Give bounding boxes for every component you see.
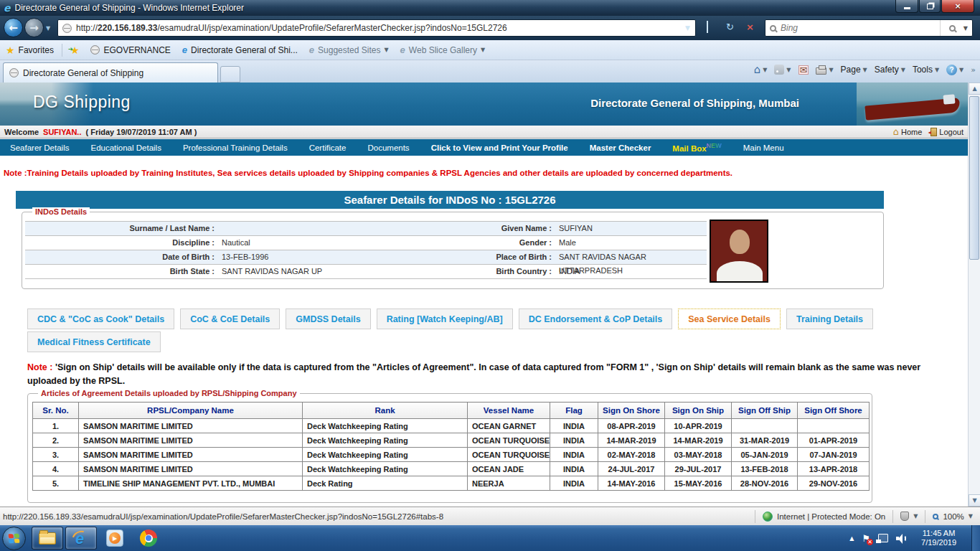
favorites-button[interactable]: ★ Favorites: [0, 42, 60, 58]
add-to-favorites-button[interactable]: ★: [65, 42, 85, 58]
print-button[interactable]: ▼: [816, 65, 833, 75]
nav-seafarer-details[interactable]: Seafarer Details: [10, 143, 69, 152]
suggested-sites-label: Suggested Sites: [318, 45, 380, 55]
tab-rating-watchkeeping[interactable]: Rating [Watch Keeping/AB]: [377, 309, 513, 329]
show-desktop-button[interactable]: [971, 525, 980, 551]
tab-cdc-coc-cook[interactable]: CDC & "CoC as Cook" Details: [27, 309, 174, 329]
refresh-button[interactable]: ↻: [726, 22, 734, 32]
help-icon: ?: [946, 65, 957, 75]
action-center-flag-icon[interactable]: ⚑: [862, 533, 870, 544]
site-header: DG Shipping Directorate General of Shipp…: [0, 83, 968, 126]
search-input[interactable]: Bing ▼: [765, 19, 973, 37]
col-header-sign-off-shore: Sign Off Shore: [798, 402, 870, 419]
site-home-link[interactable]: ⌂ Home: [893, 126, 923, 137]
protected-mode-button[interactable]: ▼: [892, 510, 925, 523]
forward-button[interactable]: →: [24, 18, 44, 37]
taskbar-clock[interactable]: 11:45 AM 7/19/2019: [914, 529, 963, 547]
minimize-button[interactable]: [895, 0, 918, 13]
nav-educational-details[interactable]: Educational Details: [90, 143, 161, 152]
cell-sign-off-ship: [732, 419, 798, 433]
suggested-sites-button[interactable]: e Suggested Sites ▼: [303, 42, 395, 58]
tools-menu-button[interactable]: Tools ▼: [913, 65, 939, 75]
taskbar-explorer-button[interactable]: [32, 527, 63, 550]
url-path: /esamudraUI/jsp/examination/UpdateProfil…: [157, 23, 507, 33]
close-button[interactable]: ×: [941, 0, 974, 13]
address-toolbar: ← → ▼ http://220.156.189.33/esamudraUI/j…: [0, 16, 980, 40]
chevron-down-icon: ▼: [959, 67, 963, 73]
tray-expand-icon[interactable]: ▲: [849, 535, 854, 542]
favorite-label: Directorate General of Shi...: [191, 45, 298, 55]
cell-rank: Deck Watchkeeping Rating: [303, 462, 468, 476]
address-dropdown-icon[interactable]: ▼: [685, 24, 690, 32]
cell-sign-off-shore: 13-APR-2018: [798, 462, 870, 476]
nav-master-checker[interactable]: Master Checker: [590, 143, 651, 152]
field-label: Birth State :: [25, 265, 219, 278]
tab-dc-endorsement[interactable]: DC Endorsement & CoP Details: [519, 309, 673, 329]
back-button[interactable]: ←: [4, 18, 23, 37]
stop-button[interactable]: ×: [746, 22, 754, 32]
cell-sign-on-shore: 24-JUL-2017: [598, 462, 665, 476]
favorite-link-dgs[interactable]: e Directorate General of Shi...: [176, 42, 303, 58]
logout-link[interactable]: Logout: [930, 128, 963, 136]
start-button[interactable]: [2, 527, 26, 550]
read-mail-button[interactable]: ✉: [798, 65, 809, 75]
restore-button[interactable]: [919, 0, 941, 13]
chevron-down-icon[interactable]: ▼: [829, 67, 833, 73]
feeds-button[interactable]: ▼: [774, 65, 791, 75]
url-host: 220.156.189.33: [98, 23, 157, 33]
cell-vessel: OCEAN TURQUOISE: [468, 448, 550, 462]
chevron-down-icon[interactable]: ▼: [763, 67, 767, 73]
nav-certificate[interactable]: Certificate: [309, 143, 347, 152]
mail-icon: ✉: [798, 65, 809, 75]
chevron-down-icon: ▼: [969, 513, 973, 519]
cell-rank: Deck Watchkeeping Rating: [303, 448, 468, 462]
windows-logo-icon: [9, 533, 20, 543]
chevron-down-icon[interactable]: ▼: [786, 67, 791, 73]
clock-date: 7/19/2019: [921, 538, 956, 547]
shield-icon: [900, 512, 909, 521]
home-button[interactable]: ⌂ ▼: [754, 63, 768, 76]
speaker-icon[interactable]: [896, 534, 906, 543]
indos-row: Discipline : Nautical Gender : Male: [25, 236, 707, 250]
page-menu-button[interactable]: Page ▼: [841, 65, 867, 75]
cell-flag: INDIA: [550, 419, 598, 433]
taskbar-chrome-button[interactable]: [133, 527, 164, 550]
tab-medical-fitness[interactable]: Medical Fitness Certificate: [27, 331, 161, 352]
vertical-scrollbar[interactable]: ▲ ▼: [968, 83, 980, 507]
nav-view-print-profile[interactable]: Click to View and Print Your Profile: [431, 143, 568, 152]
taskbar-ie-button[interactable]: e: [65, 527, 97, 550]
restore-icon: [927, 4, 933, 9]
web-slice-gallery-button[interactable]: e Web Slice Gallery ▼: [395, 42, 491, 58]
compatibility-view-button[interactable]: [707, 22, 708, 32]
search-options-icon[interactable]: ▼: [963, 25, 968, 32]
nav-documents[interactable]: Documents: [367, 143, 409, 152]
new-tab-button[interactable]: [220, 66, 240, 83]
tab-sea-service-details[interactable]: Sea Service Details: [678, 309, 781, 329]
tab-gmdss[interactable]: GMDSS Details: [286, 309, 370, 329]
nav-mail-box[interactable]: Mail BoxNEW: [672, 142, 721, 153]
history-dropdown-icon[interactable]: ▼: [46, 25, 50, 32]
field-label: Discipline :: [25, 236, 219, 250]
tab-training-details[interactable]: Training Details: [786, 309, 873, 329]
nav-professional-training[interactable]: Professional Training Details: [183, 143, 288, 152]
address-input[interactable]: http://220.156.189.33/esamudraUI/jsp/exa…: [57, 19, 696, 37]
search-go-button[interactable]: ▼: [940, 20, 972, 36]
browser-tab-active[interactable]: Directorate General of Shipping: [3, 62, 218, 83]
favorite-link-egovernance[interactable]: EGOVERNANCE: [85, 42, 176, 58]
zoom-control[interactable]: 100% ▼: [925, 510, 980, 523]
overflow-chevron-icon[interactable]: »: [971, 65, 976, 75]
scrollbar-thumb[interactable]: [969, 96, 979, 260]
tab-coc-coe[interactable]: CoC & CoE Details: [180, 309, 280, 329]
taskbar-media-player-button[interactable]: ▶: [99, 527, 131, 550]
nav-main-menu[interactable]: Main Menu: [743, 143, 784, 152]
chevron-down-icon: ▼: [901, 67, 905, 73]
org-title: Directorate General of Shipping, Mumbai: [590, 97, 799, 109]
scroll-down-icon[interactable]: ▼: [969, 494, 980, 507]
mail-box-label: Mail Box: [672, 144, 706, 153]
scroll-up-icon[interactable]: ▲: [969, 83, 980, 95]
safety-menu-button[interactable]: Safety ▼: [875, 65, 905, 75]
cell-sr: 4.: [33, 462, 79, 476]
network-icon[interactable]: [878, 534, 888, 542]
help-button[interactable]: ? ▼: [946, 65, 963, 75]
zoom-icon: [933, 514, 938, 519]
